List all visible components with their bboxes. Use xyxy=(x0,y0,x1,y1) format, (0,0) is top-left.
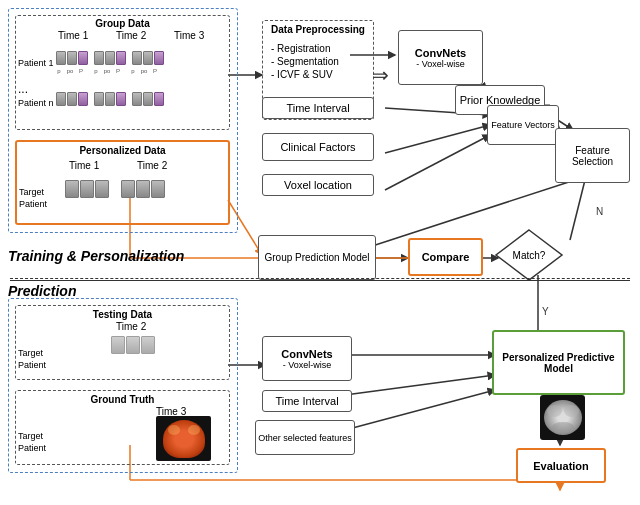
test-target1: Target xyxy=(18,348,43,358)
personalized-data-title: Personalized Data xyxy=(79,145,165,156)
svg-text:Y: Y xyxy=(542,306,549,317)
personalized-predictive-box: Personalized Predictive Model xyxy=(492,330,625,395)
pers-time1: Time 1 xyxy=(69,160,99,171)
feature-selection-box: Feature Selection xyxy=(555,128,630,183)
divider-line xyxy=(10,278,630,279)
testing-time2: Time 2 xyxy=(116,321,146,332)
testing-data-box: Testing Data Time 2 Target Patient xyxy=(15,305,230,380)
svg-line-21 xyxy=(345,375,495,395)
ground-truth-title: Ground Truth xyxy=(91,394,155,405)
time-interval-bottom-box: Time Interval xyxy=(262,390,352,412)
compare-title: Compare xyxy=(422,251,470,263)
compare-box: Compare xyxy=(408,238,483,276)
feature-vectors-box: Feature Vectors xyxy=(487,105,559,145)
patient1-label: Patient 1 xyxy=(18,58,54,68)
time-interval-top-box: Time Interval xyxy=(262,97,374,119)
target-patient-label1: Target xyxy=(19,187,44,197)
gt-target2: Patient xyxy=(18,443,46,453)
divider-line2 xyxy=(10,280,630,281)
other-features-title: Other selected features xyxy=(258,433,352,443)
evaluation-title: Evaluation xyxy=(533,460,589,472)
feature-selection-title: Feature Selection xyxy=(556,145,629,167)
group-time3: Time 3 xyxy=(174,30,204,41)
preprocessing-registration: - Registration xyxy=(271,43,330,54)
time-interval-bottom-title: Time Interval xyxy=(275,395,338,407)
svg-line-8 xyxy=(385,135,490,190)
clinical-factors-title: Clinical Factors xyxy=(280,141,355,153)
group-data-title: Group Data xyxy=(95,18,149,29)
prediction-section-label: Prediction xyxy=(8,283,76,299)
voxel-location-title: Voxel location xyxy=(284,179,352,191)
voxel-location-box: Voxel location xyxy=(262,174,374,196)
preprocessing-segmentation: - Segmentation xyxy=(271,56,339,67)
match-diamond: Match? xyxy=(492,225,567,285)
personalized-predictive-title: Personalized Predictive Model xyxy=(494,352,623,374)
test-target2: Patient xyxy=(18,360,46,370)
preprocessing-title: Data Preprocessing xyxy=(268,24,368,35)
patient-dots: ... xyxy=(18,82,28,96)
group-time2: Time 2 xyxy=(116,30,146,41)
convnets-bottom-box: ConvNets - Voxel-wise xyxy=(262,336,352,381)
group-prediction-title: Group Prediction Model xyxy=(264,252,369,263)
convnets-top-box: ConvNets - Voxel-wise xyxy=(398,30,483,85)
other-features-box: Other selected features xyxy=(255,420,355,455)
svg-text:N: N xyxy=(596,206,603,217)
target-patient-label2: Patient xyxy=(19,199,47,209)
feature-vectors-title: Feature Vectors xyxy=(491,120,555,130)
convnets-top-subtitle: - Voxel-wise xyxy=(415,59,466,69)
clinical-factors-box: Clinical Factors xyxy=(262,133,374,161)
gt-target1: Target xyxy=(18,431,43,441)
patientn-label: Patient n xyxy=(18,98,54,108)
ground-truth-image xyxy=(156,416,211,461)
group-prediction-box: Group Prediction Model xyxy=(258,235,376,280)
svg-text:Match?: Match? xyxy=(513,250,546,261)
testing-data-title: Testing Data xyxy=(93,309,152,320)
svg-line-7 xyxy=(385,125,490,153)
pers-time2: Time 2 xyxy=(137,160,167,171)
fat-arrow: ⇒ xyxy=(372,63,389,87)
brain-scan-image xyxy=(540,395,585,440)
evaluation-box: Evaluation xyxy=(516,448,606,483)
ground-truth-box: Ground Truth Time 3 Target Patient xyxy=(15,390,230,465)
time-interval-top-title: Time Interval xyxy=(286,102,349,114)
convnets-top-title: ConvNets xyxy=(415,47,466,59)
convnets-bottom-title: ConvNets xyxy=(281,348,332,360)
svg-line-22 xyxy=(345,390,495,430)
convnets-bottom-subtitle: - Voxel-wise xyxy=(281,360,332,370)
group-time1: Time 1 xyxy=(58,30,88,41)
personalized-data-box: Personalized Data Time 1 Time 2 Target P… xyxy=(15,140,230,225)
preprocessing-icvf: - ICVF & SUV xyxy=(271,69,333,80)
training-section-label: Training & Personalization xyxy=(8,248,184,264)
group-data-box: Group Data Time 1 Time 2 Time 3 Patient … xyxy=(15,15,230,130)
